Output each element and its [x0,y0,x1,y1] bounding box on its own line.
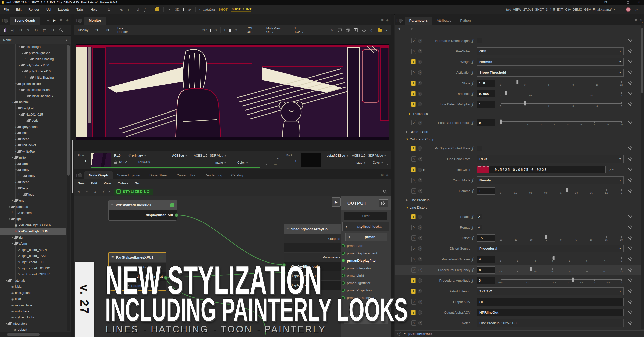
collapse-all-icon[interactable]: ≡|| [11,28,14,32]
live-render-button[interactable]: Live Render [117,27,133,34]
expression-icon[interactable]: ʃ [472,102,473,107]
nav-up-icon[interactable]: ▲ [94,190,97,193]
menu-layouts[interactable]: Layouts [55,8,73,11]
tree-row-light_coord_FAKE[interactable]: ✳light_coord_FAKE [0,253,66,259]
param-forward-icon[interactable]: ▶ [411,27,413,30]
tree-row-light_coord_FILL[interactable]: ✳light_coord_FILL [0,259,66,265]
tab-dope-sheet[interactable]: Dope Sheet [145,171,172,179]
expression-icon[interactable]: ʃ [472,38,473,43]
variables-bar[interactable]: variables: SHOT= SHOT_3_INT [203,7,251,12]
node-menu-icon[interactable]: ≡ [111,203,113,207]
filter-input[interactable]: Filter [344,212,387,220]
panel-split-icon[interactable]: ⊞ [381,19,384,22]
ng-menu-new[interactable]: New [78,181,85,185]
fcurve-pin-icon[interactable] [628,92,631,96]
clapper-icon[interactable]: ▤ [43,28,46,32]
number-input[interactable]: 0.085 [477,90,495,97]
tree-row-natomi[interactable]: ▾natomi [0,99,66,105]
slider[interactable]: 012345 [501,101,621,108]
expression-icon[interactable]: ʃ [472,278,473,283]
slider[interactable]: 01234567810 [501,119,621,126]
param-widget[interactable]: ✓ [477,225,482,230]
tree-row-body[interactable]: └body [0,173,66,179]
expression-icon[interactable]: ʃ [472,59,473,64]
slider-handle[interactable] [572,277,574,282]
output-item-prmanIntegrator[interactable]: prmanIntegrator [341,265,391,272]
minimize-button[interactable]: — [615,1,618,4]
ng-menu-colors[interactable]: Colors [118,181,128,185]
snapshot-camera-icon[interactable] [379,199,388,207]
output-item-prmanBxdf[interactable]: prmanBxdf [341,242,391,249]
render-clapper-icon[interactable] [155,8,159,11]
color-pen-icon[interactable]: ⁄ [610,168,611,172]
sync-icon[interactable]: ⟲ [117,8,126,12]
output-item-prmanLight[interactable]: prmanLight [341,272,391,279]
pencil-icon[interactable]: ✎ [27,28,30,32]
fcurve-pin-icon[interactable] [628,157,631,161]
tree-row-initialShading[interactable]: └initialShading [0,74,66,81]
color-values[interactable]: 0.5625 0.0675 0.0223 [489,166,606,173]
param-widget[interactable]: 0 [477,119,495,126]
tree-row-initialShadingG[interactable]: └initialShadingG [0,93,66,99]
fcurve-pin-icon[interactable] [628,60,631,64]
tab-catalog[interactable]: Catalog [227,171,248,179]
tree-row-whiteTop[interactable]: ▸whiteTop [0,148,66,154]
timer-status-icon[interactable] [626,7,631,12]
tree-row-stylized_looks[interactable]: ◉stylized_looks [0,314,66,320]
param-widget[interactable]: Beauty▼ [477,176,624,184]
ng-menu-edit[interactable]: Edit [91,181,97,185]
back-arrow-icon[interactable]: ◀ [47,19,49,22]
dropdown[interactable]: RGB▼ [477,155,624,163]
tree-row-hair[interactable]: ▸hair [0,130,66,136]
panel-split-icon[interactable]: ⊞ [381,173,384,177]
fcurve-pin-icon[interactable] [628,189,631,193]
left-panel-divider[interactable] [71,14,74,337]
tab-curve-editor[interactable]: Curve Editor [172,171,200,179]
play-button[interactable]: ▶ [332,197,341,207]
expression-icon[interactable]: ʃ [472,236,473,240]
checkbox[interactable]: ✓ [477,225,482,230]
panel-grip[interactable]: || [76,18,77,22]
param-widget[interactable] [477,38,482,43]
panel-menu-icon[interactable] [399,19,403,23]
expand-arrow-icon[interactable]: ▶ [409,112,413,115]
expression-icon[interactable]: ʃ [472,178,473,183]
tree-row-PxrDistantLight_SUN[interactable]: ✳PxrDistantLight_SUN [0,228,66,234]
tree-row-pistonsInsideSha[interactable]: ▾pistonsInsideSha [0,87,66,93]
slider[interactable]: 00.511.52 [501,90,621,98]
param-group-thickness[interactable]: ▶Thickness [395,110,644,117]
matte-dropdown[interactable]: matte▼ [215,161,226,164]
port-ring-icon[interactable] [342,267,345,270]
expression-icon[interactable]: ʃ [472,146,473,151]
tab-render-log[interactable]: Render Log [200,171,227,179]
dropdown[interactable]: OFF▼ [477,47,624,55]
expand-arrow-icon[interactable]: ▶ [406,198,410,202]
param-group-line-distort[interactable]: ▼Line Distort [395,204,644,211]
collapse-arrow-icon[interactable]: ▼ [406,138,410,141]
tree-row-initialShading[interactable]: └initialShading [0,56,66,62]
color-widget[interactable]: 0.5625 0.0675 0.0223⁄▼ [477,166,614,173]
ng-menu-view[interactable]: View [104,181,111,185]
tree-row-polySurface1100[interactable]: ▾polySurface1100 [0,62,66,68]
slider[interactable]: -20-15-10-505101520 [501,234,621,242]
fcurve-pin-icon[interactable] [628,168,631,172]
tree-row-natomi_face[interactable]: ◉natomi_face [0,302,66,308]
2d-button[interactable]: 2D [95,28,99,32]
tree-row-PxrDomeLight_OBSER[interactable]: ◉PxrDomeLight_OBSER [0,222,66,228]
colorchan-dropdown[interactable]: Color▼ [237,161,248,164]
tree-name-header[interactable]: Name ▲ [0,36,71,44]
param-widget[interactable]: 2x2:2x2▼ [477,287,624,295]
expression-icon[interactable]: ʃ [472,91,473,96]
param-scrollbar[interactable] [641,24,644,329]
param-widget[interactable]: -5 [477,234,495,242]
search-icon[interactable] [59,28,63,32]
param-widget[interactable]: OFF▼ [477,47,624,55]
number-input[interactable]: 8 [477,266,495,274]
fcurve-pin-icon[interactable] [628,289,631,293]
port-ring-icon[interactable] [342,252,345,255]
fcurve-pin-icon[interactable] [628,178,631,182]
monitor-viewport[interactable] [74,35,391,151]
fcurve-pin-icon[interactable] [628,311,631,314]
tree-row-body[interactable]: └body [0,118,66,124]
annotate-pen-icon[interactable]: ✎ [328,28,336,32]
